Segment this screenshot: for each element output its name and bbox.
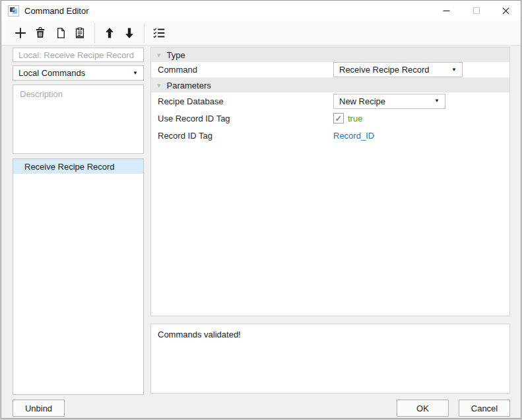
ok-button[interactable]: OK [397, 400, 449, 417]
command-scope-value: Local Commands [18, 68, 85, 78]
toolbar [1, 20, 521, 46]
chevron-down-icon: ▼ [434, 98, 440, 104]
window-title: Command Editor [24, 6, 89, 16]
property-label: Record ID Tag [151, 131, 212, 141]
arrow-up-icon [103, 26, 116, 40]
unbind-button[interactable]: Unbind [13, 400, 65, 417]
window-controls [432, 1, 521, 20]
chevron-down-icon: ▼ [133, 71, 138, 76]
section-header-parameters[interactable]: ▾ Parameters [151, 78, 509, 92]
plus-icon [13, 26, 28, 40]
binding-path-field: Local: Receive Recipe Record [13, 48, 144, 62]
record-id-tag-link[interactable]: Record_ID [333, 131, 374, 141]
command-dropdown[interactable]: Receive Recipe Record ▼ [333, 62, 463, 77]
command-dropdown-value: Receive Recipe Record [339, 65, 430, 75]
checkbox-value-text: true [348, 114, 362, 123]
arrow-down-icon [123, 26, 136, 40]
toolbar-separator [144, 23, 145, 43]
property-row-record-id-tag: Record ID Tag Record_ID [151, 127, 509, 144]
section-title: Type [167, 50, 185, 60]
minimize-button[interactable] [432, 1, 461, 20]
move-down-button[interactable] [119, 23, 139, 43]
property-label: Recipe Database [151, 96, 224, 106]
minimize-icon [443, 7, 450, 15]
section-header-type[interactable]: ▾ Type [151, 48, 509, 62]
command-list-item-label: Receive Recipe Record [24, 162, 115, 172]
app-logo-icon [8, 5, 19, 17]
command-scope-dropdown[interactable]: Local Commands ▼ [13, 65, 144, 81]
maximize-button [461, 1, 491, 20]
recipe-database-value: New Recipe [339, 96, 385, 106]
title-bar: Command Editor [1, 1, 521, 20]
close-button[interactable] [491, 1, 521, 20]
section-title: Parameters [167, 81, 211, 90]
property-label: Use Record ID Tag [151, 114, 230, 123]
toolbar-separator [94, 23, 95, 43]
cancel-button[interactable]: Cancel [459, 400, 510, 417]
trash-icon [34, 26, 47, 40]
validate-commands-button[interactable] [149, 23, 169, 43]
copy-icon [53, 26, 67, 40]
property-grid: ▾ Type Command Receive Recipe Record ▼ ▾… [150, 47, 510, 316]
property-label: Command [151, 65, 197, 75]
property-row-command: Command Receive Recipe Record ▼ [151, 62, 509, 78]
command-list-item[interactable]: Receive Recipe Record [13, 159, 143, 174]
validation-message: Commands validated! [158, 330, 241, 339]
description-textarea[interactable]: Description [13, 85, 144, 154]
chevron-down-icon: ▼ [451, 67, 457, 73]
close-icon [502, 7, 509, 15]
validation-message-box: Commands validated! [150, 324, 510, 394]
checklist-icon [152, 26, 166, 40]
checkmark-icon: ✓ [335, 114, 343, 123]
use-record-id-checkbox[interactable]: ✓ [333, 113, 344, 123]
maximize-icon [473, 7, 480, 14]
recipe-database-dropdown[interactable]: New Recipe ▼ [333, 94, 445, 109]
property-row-use-record-id-tag: Use Record ID Tag ✓ true [151, 110, 509, 127]
move-up-button[interactable] [100, 23, 119, 43]
copy-command-button[interactable] [50, 23, 70, 43]
command-list[interactable]: Receive Recipe Record [13, 158, 144, 395]
delete-command-button[interactable] [30, 23, 50, 43]
command-editor-window: Command Editor [1, 0, 521, 419]
collapse-triangle-icon: ▾ [157, 52, 161, 59]
paste-icon [73, 26, 86, 40]
property-row-recipe-database: Recipe Database New Recipe ▼ [151, 92, 509, 110]
collapse-triangle-icon: ▾ [157, 82, 161, 89]
paste-command-button[interactable] [70, 23, 90, 43]
add-command-button[interactable] [11, 23, 30, 43]
